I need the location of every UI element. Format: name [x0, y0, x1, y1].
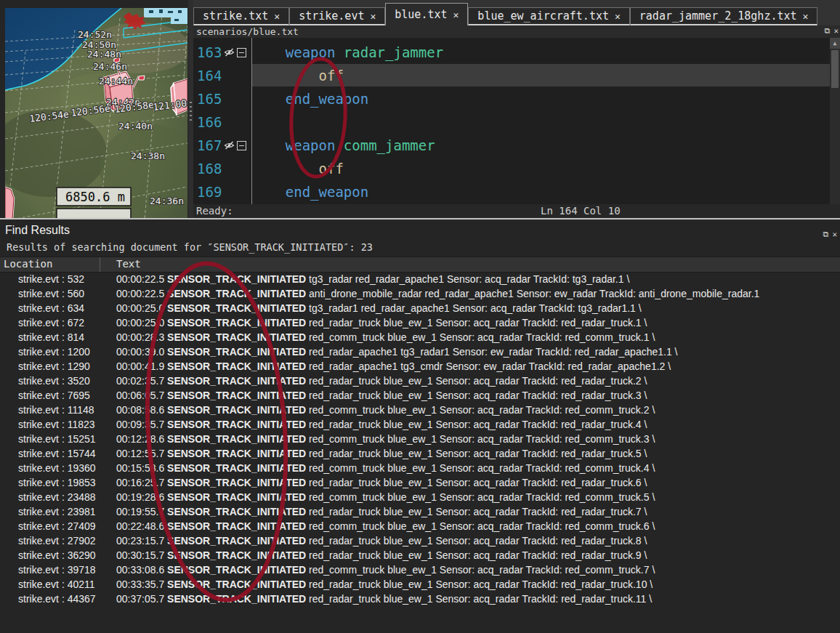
result-row[interactable]: strike.evt : 81400:00:28.3 SENSOR_TRACK_… — [0, 330, 840, 344]
result-location: strike.evt : 19853 — [18, 475, 96, 490]
float-pane-icon[interactable]: ⧉ — [825, 27, 831, 36]
result-row[interactable]: strike.evt : 2790200:23:15.7 SENSOR_TRAC… — [0, 533, 840, 548]
column-divider[interactable] — [100, 257, 100, 272]
unit-model-left-edge[interactable] — [5, 188, 14, 219]
close-tab-icon[interactable]: ✕ — [615, 11, 621, 22]
result-location: strike.evt : 23981 — [18, 504, 96, 519]
result-row[interactable]: strike.evt : 1985300:16:25.7 SENSOR_TRAC… — [0, 475, 840, 490]
code-line[interactable]: off — [252, 157, 830, 180]
splitter-grip — [190, 102, 192, 122]
code-fold-icon[interactable] — [237, 48, 246, 57]
line-number[interactable]: 167 — [193, 134, 251, 157]
result-row[interactable]: strike.evt : 1574400:12:55.7 SENSOR_TRAC… — [0, 446, 840, 461]
tab-blue_ew_aircraft.txt[interactable]: blue_ew_aircraft.txt✕ — [468, 7, 629, 25]
svg-text:24:52n: 24:52n — [78, 29, 112, 40]
result-row[interactable]: strike.evt : 53200:00:22.5 SENSOR_TRACK_… — [0, 272, 840, 286]
result-row[interactable]: strike.evt : 63400:00:25.0 SENSOR_TRACK_… — [0, 301, 840, 315]
line-number[interactable]: 164 — [193, 64, 251, 87]
result-text: 00:33:35.7 SENSOR_TRACK_INITIATED red_ra… — [116, 577, 840, 592]
result-text: 00:19:55.7 SENSOR_TRACK_INITIATED red_ra… — [116, 504, 840, 519]
result-row[interactable]: strike.evt : 769500:06:05.7 SENSOR_TRACK… — [0, 388, 840, 403]
tab-strike.evt[interactable]: strike.evt✕ — [289, 7, 385, 25]
search-summary: Results of searching document for ″SENSO… — [7, 241, 373, 253]
tab-label: strike.evt — [299, 9, 364, 23]
tab-strike.txt[interactable]: strike.txt✕ — [193, 7, 289, 25]
line-number[interactable]: 168 — [193, 157, 251, 180]
result-row[interactable]: strike.evt : 3629000:30:15.7 SENSOR_TRAC… — [0, 548, 840, 563]
result-text: 00:33:08.6 SENSOR_TRACK_INITIATED red_co… — [116, 563, 840, 577]
svg-text:24:48n: 24:48n — [87, 49, 121, 60]
result-text: 00:23:15.7 SENSOR_TRACK_INITIATED red_ra… — [116, 533, 840, 548]
horizontal-splitter[interactable] — [0, 218, 840, 219]
result-row[interactable]: strike.evt : 1182300:09:35.7 SENSOR_TRAC… — [0, 417, 840, 432]
tab-blue.txt[interactable]: blue.txt✕ — [385, 3, 468, 25]
code-line[interactable] — [252, 110, 830, 134]
result-text: 00:09:35.7 SENSOR_TRACK_INITIATED red_ra… — [116, 417, 840, 432]
line-number[interactable]: 166 — [193, 110, 251, 134]
code-line[interactable]: end_weapon — [252, 87, 830, 110]
line-number[interactable]: 163 — [193, 41, 251, 64]
close-tab-icon[interactable]: ✕ — [274, 11, 280, 22]
code-line[interactable]: weapon radar_jammer — [252, 41, 830, 64]
code-editor[interactable]: 163 164165166167 168169 weapon radar_jam… — [193, 38, 840, 204]
result-row[interactable]: strike.evt : 2398100:19:55.7 SENSOR_TRAC… — [0, 504, 840, 519]
result-row[interactable]: strike.evt : 56000:00:22.5 SENSOR_TRACK_… — [0, 286, 840, 301]
close-pane-icon[interactable]: ✕ — [832, 230, 837, 239]
code-line[interactable]: weapon comm_jammer — [252, 134, 830, 157]
column-header-location[interactable]: Location — [4, 258, 52, 270]
result-row[interactable]: strike.evt : 1114800:08:58.6 SENSOR_TRAC… — [0, 403, 840, 417]
tab-radar_jammer_2_18ghz.txt[interactable]: radar_jammer_2_18ghz.txt✕ — [630, 7, 818, 25]
result-text: 00:00:22.5 SENSOR_TRACK_INITIATED anti_d… — [116, 286, 840, 301]
vertical-splitter[interactable] — [188, 0, 193, 220]
column-header-text[interactable]: Text — [116, 258, 141, 270]
code-lines: weapon radar_jammer off end_weapon weapo… — [252, 41, 830, 203]
close-pane-icon[interactable]: ✕ — [833, 27, 839, 36]
code-line[interactable]: off — [252, 64, 830, 87]
close-tab-icon[interactable]: ✕ — [370, 11, 376, 22]
close-tab-icon[interactable]: ✕ — [453, 9, 459, 20]
result-text: 00:00:25.0 SENSOR_TRACK_INITIATED red_ra… — [116, 315, 840, 330]
results-rows: strike.evt : 53200:00:22.5 SENSOR_TRACK_… — [0, 272, 840, 606]
svg-text:24:40n: 24:40n — [118, 121, 153, 132]
scroll-up-arrow[interactable]: ▲ — [830, 38, 840, 49]
tab-label: radar_jammer_2_18ghz.txt — [639, 9, 797, 23]
hidden-eye-icon[interactable] — [224, 141, 235, 150]
map-viewport[interactable]: 24:52n 24:50n 24:48n 24:46n 24:44n 24:42… — [5, 8, 187, 219]
result-row[interactable]: strike.evt : 1936000:15:58.6 SENSOR_TRAC… — [0, 461, 840, 475]
result-row[interactable]: strike.evt : 4436700:37:05.7 SENSOR_TRAC… — [0, 592, 840, 606]
result-text: 00:19:28.6 SENSOR_TRACK_INITIATED red_co… — [116, 490, 840, 504]
close-tab-icon[interactable]: ✕ — [803, 11, 809, 22]
result-row[interactable]: strike.evt : 4021100:33:35.7 SENSOR_TRAC… — [0, 577, 840, 592]
line-number[interactable]: 165 — [193, 87, 251, 110]
result-row[interactable]: strike.evt : 120000:00:39.0 SENSOR_TRACK… — [0, 344, 840, 359]
result-text: 00:00:39.0 SENSOR_TRACK_INITIATED red_ra… — [116, 344, 840, 359]
result-row[interactable]: strike.evt : 2740900:22:48.6 SENSOR_TRAC… — [0, 519, 840, 533]
scrollbar-thumb[interactable] — [831, 50, 839, 88]
tab-bar: strike.txt✕strike.evt✕blue.txt✕blue_ew_a… — [193, 0, 840, 25]
result-row[interactable]: strike.evt : 3971800:33:08.6 SENSOR_TRAC… — [0, 563, 840, 577]
result-row[interactable]: strike.evt : 67200:00:25.0 SENSOR_TRACK_… — [0, 315, 840, 330]
map-canvas: 24:52n 24:50n 24:48n 24:46n 24:44n 24:42… — [5, 8, 187, 219]
result-row[interactable]: strike.evt : 129000:00:41.9 SENSOR_TRACK… — [0, 359, 840, 374]
result-row[interactable]: strike.evt : 352000:02:35.7 SENSOR_TRACK… — [0, 374, 840, 388]
tab-label: blue.txt — [395, 8, 447, 21]
editor-scrollbar[interactable]: ▲ — [830, 38, 840, 204]
svg-text:24:46n: 24:46n — [93, 61, 127, 72]
breadcrumb: scenarios/blue.txt ⧉ ✕ — [193, 25, 840, 38]
svg-text:24:44n: 24:44n — [99, 76, 133, 86]
code-line[interactable]: end_weapon — [252, 180, 830, 203]
result-location: strike.evt : 11148 — [18, 403, 94, 417]
line-number[interactable]: 169 — [193, 180, 251, 203]
result-text: 00:00:25.0 SENSOR_TRACK_INITIATED tg3_ra… — [116, 301, 840, 315]
result-row[interactable]: strike.evt : 2348800:19:28.6 SENSOR_TRAC… — [0, 490, 840, 504]
tab-label: blue_ew_aircraft.txt — [477, 9, 609, 23]
result-text: 00:00:41.9 SENSOR_TRACK_INITIATED red_ra… — [116, 359, 840, 374]
hidden-eye-icon[interactable] — [224, 48, 235, 57]
result-location: strike.evt : 560 — [18, 286, 84, 301]
code-fold-icon[interactable] — [237, 141, 246, 150]
result-text: 00:02:35.7 SENSOR_TRACK_INITIATED red_ra… — [116, 374, 840, 388]
result-row[interactable]: strike.evt : 1525100:12:28.6 SENSOR_TRAC… — [0, 432, 840, 446]
result-text: 00:16:25.7 SENSOR_TRACK_INITIATED red_ra… — [116, 475, 840, 490]
float-pane-icon[interactable]: ⧉ — [823, 230, 829, 239]
panel-title: Find Results — [5, 224, 70, 237]
